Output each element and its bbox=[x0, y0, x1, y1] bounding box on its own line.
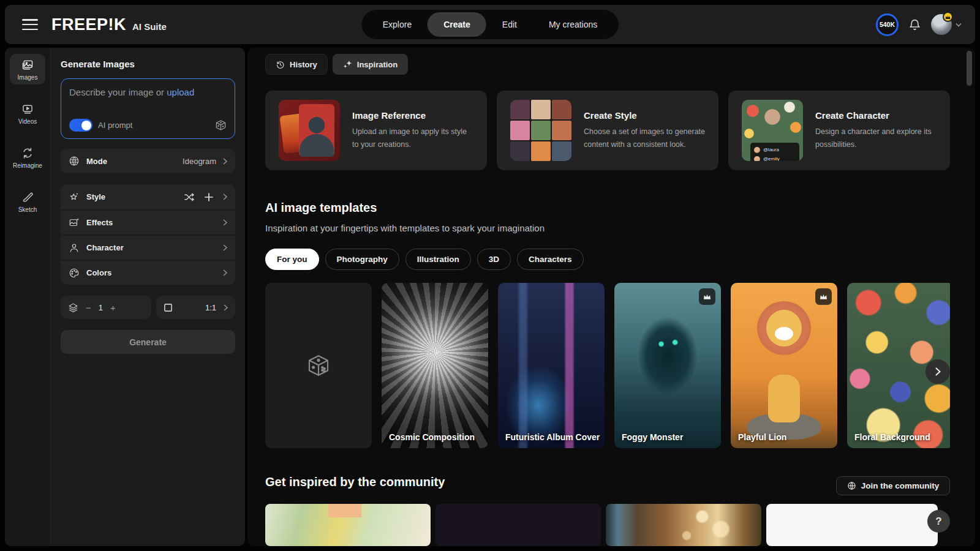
random-prompt-dice-icon[interactable] bbox=[215, 119, 227, 131]
ai-prompt-toggle[interactable] bbox=[69, 119, 92, 132]
character-row[interactable]: Character bbox=[61, 234, 235, 260]
image-reference-thumbnail bbox=[279, 100, 340, 161]
nav-my-creations[interactable]: My creations bbox=[533, 12, 613, 37]
aspect-ratio-selector[interactable]: 1:1 bbox=[156, 296, 235, 319]
chevron-right-icon bbox=[223, 244, 227, 251]
menu-icon[interactable] bbox=[22, 19, 38, 30]
topbar-right: 540K bbox=[876, 13, 962, 36]
inspiration-button[interactable]: Inspiration bbox=[333, 54, 408, 75]
view-toolbar: History Inspiration bbox=[265, 54, 408, 75]
filter-photography[interactable]: Photography bbox=[325, 249, 399, 270]
prompt-input[interactable]: Describe your image or upload AI prompt bbox=[61, 78, 235, 139]
feature-card-title: Create Character bbox=[815, 110, 938, 121]
tool-rail: Images Videos Reimagine Sketch bbox=[5, 48, 51, 546]
decrease-count-button[interactable]: − bbox=[86, 303, 91, 312]
effects-row[interactable]: Effects bbox=[61, 209, 235, 234]
mode-row[interactable]: Mode Ideogram bbox=[61, 149, 235, 173]
image-count-value: 1 bbox=[99, 303, 103, 312]
square-aspect-icon bbox=[164, 303, 173, 312]
rail-item-reimagine[interactable]: Reimagine bbox=[10, 142, 45, 173]
create-style-card[interactable]: Create Style Choose a set of images to g… bbox=[497, 91, 718, 170]
templates-section-title: AI image templates bbox=[265, 201, 377, 215]
suite-label: AI Suite bbox=[132, 21, 167, 32]
panel-title: Generate Images bbox=[61, 59, 235, 69]
help-button[interactable]: ? bbox=[927, 510, 950, 533]
character-handle: @emily bbox=[763, 156, 780, 161]
shuffle-icon[interactable] bbox=[184, 193, 195, 201]
main-content: History Inspiration Image Reference Uplo… bbox=[247, 48, 975, 546]
feature-card-title: Image Reference bbox=[352, 110, 475, 121]
freepik-logo[interactable]: FREEP!K AI Suite bbox=[51, 15, 167, 34]
rail-item-images[interactable]: Images bbox=[10, 54, 45, 84]
style-label: Style bbox=[86, 192, 105, 201]
main-nav: Explore Create Edit My creations bbox=[362, 10, 619, 39]
template-card-label: Futuristic Album Cover bbox=[505, 432, 600, 442]
sidebar: Images Videos Reimagine Sketch bbox=[5, 48, 245, 546]
topbar: FREEP!K AI Suite Explore Create Edit My … bbox=[5, 5, 975, 44]
add-style-plus-icon[interactable] bbox=[205, 193, 213, 201]
create-style-thumbnail bbox=[510, 100, 571, 161]
history-button[interactable]: History bbox=[265, 54, 328, 75]
community-image[interactable] bbox=[606, 504, 761, 546]
mode-icon bbox=[69, 156, 80, 167]
template-card-label: Floral Background bbox=[854, 432, 930, 442]
random-template-card[interactable] bbox=[265, 283, 372, 448]
generate-button[interactable]: Generate bbox=[61, 330, 235, 354]
app-window: FREEP!K AI Suite Explore Create Edit My … bbox=[0, 0, 980, 551]
account-menu[interactable] bbox=[931, 14, 962, 35]
image-reference-card[interactable]: Image Reference Upload an image to apply… bbox=[265, 91, 487, 170]
community-image[interactable] bbox=[766, 504, 938, 546]
increase-count-button[interactable]: + bbox=[110, 303, 116, 312]
nav-explore[interactable]: Explore bbox=[367, 12, 428, 37]
chevron-down-icon bbox=[956, 23, 962, 27]
template-card-futuristic-album-cover[interactable]: Futuristic Album Cover bbox=[498, 283, 605, 448]
colors-row[interactable]: Colors bbox=[61, 260, 235, 285]
template-card-foggy-monster[interactable]: Foggy Monster bbox=[614, 283, 721, 448]
template-card-label: Playful Lion bbox=[738, 432, 786, 442]
filter-for-you[interactable]: For you bbox=[265, 249, 319, 270]
notifications-bell-icon[interactable] bbox=[908, 18, 921, 31]
layers-icon bbox=[68, 302, 78, 313]
chevron-right-icon bbox=[223, 269, 227, 276]
chevron-right-icon bbox=[223, 193, 227, 200]
community-image[interactable] bbox=[265, 504, 431, 546]
filter-illustration[interactable]: Illustration bbox=[405, 249, 471, 270]
options-group: Style bbox=[61, 184, 235, 285]
upload-link[interactable]: upload bbox=[167, 87, 194, 97]
carousel-next-button[interactable] bbox=[925, 359, 950, 384]
create-character-card[interactable]: @laura @emily Create Character Design a … bbox=[728, 91, 950, 170]
rail-item-label: Sketch bbox=[10, 206, 45, 213]
rail-item-videos[interactable]: Videos bbox=[10, 98, 45, 129]
style-row[interactable]: Style bbox=[61, 184, 235, 209]
scrollbar-thumb[interactable] bbox=[967, 51, 972, 86]
template-card-cosmic-composition[interactable]: Cosmic Composition bbox=[382, 283, 488, 448]
dice-icon bbox=[306, 353, 331, 378]
credits-badge[interactable]: 540K bbox=[876, 13, 899, 36]
sparkles-icon bbox=[343, 60, 352, 69]
aspect-ratio-value: 1:1 bbox=[205, 303, 216, 312]
create-character-thumbnail: @laura @emily bbox=[742, 100, 803, 161]
mode-label: Mode bbox=[86, 157, 107, 166]
rail-item-sketch[interactable]: Sketch bbox=[10, 186, 45, 217]
filter-characters[interactable]: Characters bbox=[517, 249, 584, 270]
nav-create[interactable]: Create bbox=[428, 12, 486, 37]
history-clock-icon bbox=[276, 60, 285, 69]
community-image[interactable] bbox=[435, 504, 601, 546]
style-star-icon bbox=[69, 192, 80, 203]
community-gallery bbox=[265, 504, 950, 546]
chevron-right-icon bbox=[224, 304, 228, 311]
filter-3d[interactable]: 3D bbox=[477, 249, 511, 270]
template-card-playful-lion[interactable]: Playful Lion bbox=[731, 283, 837, 448]
join-community-button[interactable]: Join the community bbox=[836, 476, 950, 495]
nav-edit[interactable]: Edit bbox=[486, 12, 533, 37]
chevron-right-icon bbox=[223, 219, 227, 226]
colors-label: Colors bbox=[86, 268, 111, 277]
rail-item-label: Images bbox=[10, 74, 45, 81]
template-card-label: Cosmic Composition bbox=[389, 432, 475, 442]
community-section-title: Get inspired by the community bbox=[265, 475, 445, 489]
character-handle: @laura bbox=[763, 147, 779, 152]
image-count-stepper: − 1 + bbox=[61, 296, 151, 319]
effects-label: Effects bbox=[86, 218, 113, 227]
template-card-label: Foggy Monster bbox=[622, 432, 683, 442]
videos-icon bbox=[10, 103, 45, 115]
